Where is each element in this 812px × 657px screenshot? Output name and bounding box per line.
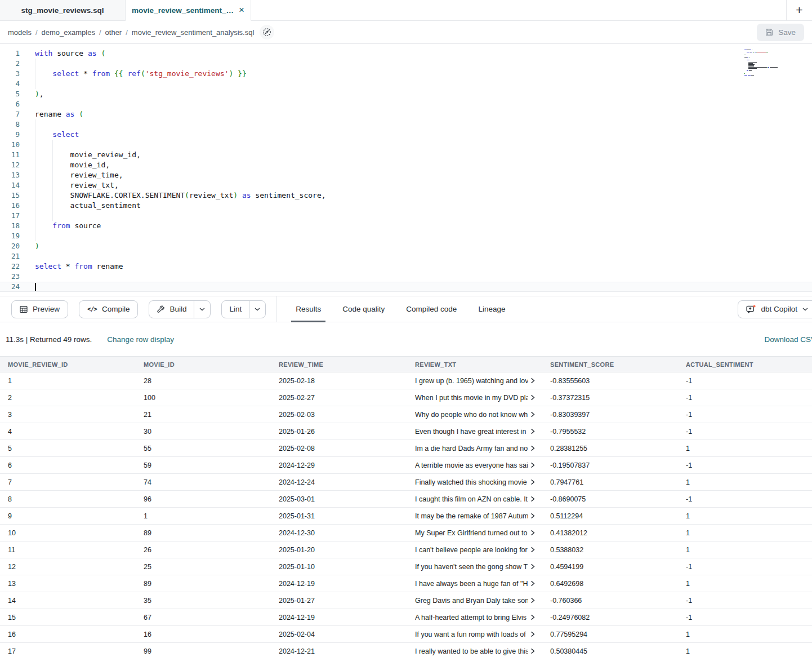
minimap-segment [748,65,754,66]
expand-row-button[interactable] [530,597,535,603]
table-cell: 2025-02-27 [271,394,407,402]
change-row-display-link[interactable]: Change row display [107,335,174,344]
compass-icon [262,28,271,37]
minimap-segment [762,67,767,68]
expand-row-button[interactable] [530,563,535,570]
tab-stg-movie-reviews[interactable]: stg_movie_reviews.sql [0,0,126,21]
preview-button[interactable]: Preview [11,300,68,318]
table-cell: 17 [0,647,136,655]
lint-button[interactable]: Lint [222,301,249,318]
code-line: 3 select * from {{ ref('stg_movie_review… [0,69,812,79]
code-token [233,69,238,78]
chevron-right-icon [530,547,535,553]
expand-row-button[interactable] [530,580,535,587]
expand-row-button[interactable] [530,378,535,384]
code-line: 24 [0,282,812,292]
build-button[interactable]: Build [149,301,194,318]
expand-row-button[interactable] [530,462,535,468]
tab-results[interactable]: Results [285,296,332,322]
minimap-segment [748,64,755,65]
chevron-right-icon [530,648,535,654]
table-cell: -1 [678,377,812,385]
code-line: 13 review_time, [0,170,812,180]
table-cell: -1 [678,428,812,436]
table-row: 10892024-12-30My Super Ex Girlfriend tur… [0,525,812,541]
chevron-right-icon [530,378,535,384]
breadcrumb-segment: demo_examples [42,28,95,37]
table-cell: -1 [678,597,812,605]
expand-row-button[interactable] [530,394,535,401]
table-cell: 0.41382012 [542,529,678,537]
build-dropdown-button[interactable] [194,301,210,318]
close-icon[interactable]: × [239,5,244,15]
code-token: }} [238,69,247,78]
minimap-gap [744,65,748,66]
file-navigate-button[interactable] [260,25,274,39]
tab-code-quality[interactable]: Code quality [332,296,395,322]
code-line-content: select [35,130,812,140]
expand-row-button[interactable] [530,496,535,502]
expand-row-button[interactable] [530,411,535,418]
code-line-content: review_time, [35,170,812,180]
dbt-copilot-button[interactable]: dbt Copilot [738,300,812,318]
code-line: 9 select [0,130,812,140]
review-txt: It may be the remake of 1987 Autumn'… [415,512,528,520]
editor-minimap[interactable] [744,50,789,79]
expand-row-button[interactable] [530,530,535,536]
table-cell: 59 [136,461,271,469]
table-cell: 21 [136,411,271,419]
table-cell: 89 [136,580,271,588]
code-token: select [52,69,79,78]
tab-lineage[interactable]: Lineage [467,296,516,322]
indent-guide [35,180,35,190]
review-txt: Even though I have great interest in Bi… [415,428,528,436]
table-cell: 12 [0,563,136,571]
tab-compiled-code[interactable]: Compiled code [395,296,467,322]
indent-guide [52,140,53,150]
table-cell: 5 [0,445,136,452]
column-header: SENTIMENT_SCORE [542,361,678,368]
minimap-gap [744,62,748,63]
compile-button[interactable]: </> Compile [79,300,138,318]
table-cell: 35 [136,597,271,605]
expand-row-button[interactable] [530,547,535,553]
review-txt-cell: I can't believe people are looking for a… [407,546,542,554]
minimap-segment [745,55,746,55]
code-token: select [52,130,79,139]
expand-row-button[interactable] [530,614,535,620]
tab-movie-review-sentiment[interactable]: movie_review_sentiment_… × [126,0,251,21]
expand-row-button[interactable] [530,631,535,637]
review-txt: I have always been a huge fan of "Hom… [415,580,528,588]
breadcrumb-segment: movie_review_sentiment_analysis.sql [132,28,255,37]
code-token [110,69,114,78]
expand-row-button[interactable] [530,648,535,654]
expand-row-button[interactable] [530,479,535,485]
code-token: ( [141,69,145,78]
code-line-content [35,272,812,282]
chevron-right-icon [530,631,535,637]
review-txt-cell: Finally watched this shocking movie la… [407,478,542,486]
expand-row-button[interactable] [530,445,535,451]
review-txt-cell: I have always been a huge fan of "Hom… [407,580,542,588]
download-csv-link[interactable]: Download CSV [764,335,812,344]
table-cell: 89 [136,529,271,537]
new-tab-button[interactable]: + [786,0,812,20]
code-line: 16 actual_sentiment [0,201,812,211]
minimap-line [744,56,789,56]
minimap-line [744,77,789,77]
save-button[interactable]: Save [757,24,804,41]
expand-row-button[interactable] [530,513,535,519]
minimap-segment [748,67,761,68]
minimap-line [744,58,789,59]
line-number: 14 [0,180,20,190]
expand-row-button[interactable] [530,428,535,434]
code-token: from [92,69,110,78]
code-token: ) [35,90,39,98]
editor-toolbar: Preview </> Compile Build [0,296,812,322]
table-cell: 1 [678,647,812,655]
table-cell: 11 [0,546,136,554]
code-editor[interactable]: 1with source as (23 select * from {{ ref… [0,44,812,296]
lint-dropdown-button[interactable] [249,301,265,318]
table-cell: 2024-12-21 [271,647,407,655]
minimap-segment [748,68,756,69]
